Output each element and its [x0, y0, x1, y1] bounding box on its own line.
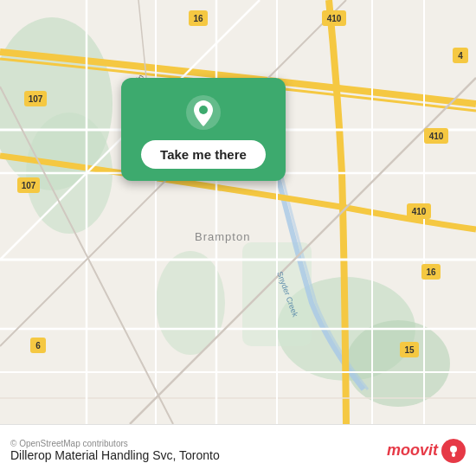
svg-text:16: 16	[193, 14, 203, 23]
svg-text:410: 410	[412, 207, 427, 216]
bottom-bar: © OpenStreetMap contributors Dillerop Ma…	[0, 424, 476, 476]
svg-text:107: 107	[29, 94, 43, 104]
location-card: Take me there	[121, 78, 286, 181]
bottom-left-info: © OpenStreetMap contributors Dillerop Ma…	[10, 439, 220, 462]
map-container: 107 107 16 410 410 410 4 16 6 15 Elgin O…	[0, 0, 476, 424]
moovit-logo: moovit	[387, 439, 466, 463]
svg-text:410: 410	[327, 14, 342, 23]
map-attribution: © OpenStreetMap contributors	[10, 439, 220, 448]
svg-point-4	[346, 320, 450, 407]
svg-text:Brampton: Brampton	[195, 230, 250, 243]
svg-text:15: 15	[404, 345, 415, 355]
moovit-text: moovit	[387, 441, 438, 460]
map-svg: 107 107 16 410 410 410 4 16 6 15 Elgin O…	[0, 0, 476, 424]
svg-text:107: 107	[22, 181, 36, 190]
svg-point-49	[450, 446, 457, 453]
location-name: Dillerop Material Handling Svc, Toronto	[10, 448, 220, 462]
take-me-there-button[interactable]: Take me there	[141, 140, 266, 169]
map-pin-icon	[184, 93, 222, 132]
svg-text:410: 410	[429, 132, 444, 141]
svg-text:16: 16	[426, 267, 436, 277]
moovit-icon	[441, 439, 466, 463]
svg-rect-50	[452, 453, 455, 457]
svg-text:4: 4	[458, 51, 463, 61]
svg-point-48	[199, 106, 208, 114]
svg-text:6: 6	[35, 341, 41, 351]
